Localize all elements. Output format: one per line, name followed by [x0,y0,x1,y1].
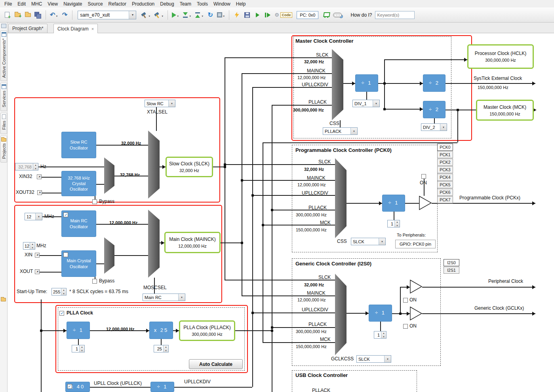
wire [41,299,42,392]
master-div1-combo[interactable]: DIV_1 [352,100,380,107]
freq-label: 12,000,000 Hz [297,297,326,302]
gclk-div-spinner[interactable]: 1 [374,331,386,339]
slow-crystal-oscillator-block[interactable]: 32.768 kHz Crystal Oscillator [61,171,96,196]
startup-time-spinner[interactable]: 255 [51,288,67,295]
output-title: PLLA Clock (PLLACK) [183,325,230,330]
section-title: PLLA Clock [67,310,93,316]
unit-label: MHz [44,214,54,219]
wire [221,242,242,243]
master-css-combo[interactable]: PLLACK [323,127,358,135]
gclk-css-combo[interactable]: SLCK [356,355,391,363]
main-xtal-freq-spinner[interactable]: 12 [23,242,35,250]
xout-checkbox[interactable] [35,269,40,274]
pck-tab-6[interactable]: PCK6 [437,189,453,196]
peripherals-label: To Peripherals: [397,233,426,237]
main-crystal-oscillator-block[interactable]: Main Crystal Oscillator [61,250,96,277]
slow-xtal-freq-spinner[interactable]: 32,768 [15,163,38,170]
signal-label: XIN32 [19,174,32,179]
section-title: Programmable Clock Controller (PCK0) [295,147,392,153]
pck-tab-3[interactable]: PCK3 [437,166,453,173]
master-prescaler-block: ÷ 1 [355,74,378,92]
block-label: x 25 [154,327,169,334]
output-freq: 150,000,000 Hz [489,112,520,116]
wire [263,342,335,343]
plla-enable-checkbox[interactable] [59,311,64,316]
output-buffer-icon [410,280,422,294]
main-rc-enable-checkbox[interactable] [63,212,68,217]
junction-dot [383,82,386,85]
pck-div-spinner[interactable]: 1 [387,220,400,227]
spinner-value: 255 [52,290,61,294]
signal-label: MOSCSEL [143,285,167,290]
i2s-tab-1[interactable]: I2S1 [444,267,459,274]
combo-value: 12 [25,214,33,219]
block-label: x 40 [70,384,85,390]
junction-dot [399,312,402,315]
block-label: ÷ 1 [388,200,399,206]
master-div2-combo[interactable]: DIV_2 [421,123,447,131]
gclk-on2-checkbox[interactable] [403,324,408,329]
junction-dot [262,224,264,226]
moscsel-combo[interactable]: Main RC [143,294,185,301]
arrowhead [407,312,410,316]
block-label: Oscillator [70,224,88,229]
slow-rc-oscillator-block[interactable]: Slow RC Oscillator [61,132,96,158]
auto-calculate-button[interactable]: Auto Calculate [189,359,243,369]
main-rc-freq-combo[interactable]: 12 [25,213,42,220]
spinner-value: 1 [388,222,394,226]
block-label: ÷ 1 [375,310,386,316]
wire [42,193,61,193]
combo-value: Main RC [143,295,163,300]
gclk-css-mux [335,274,346,355]
freq-label: 32,000 Hz [121,141,141,146]
wire [272,327,335,328]
slow-clock-frame [14,97,220,203]
pck-tab-4[interactable]: PCK4 [437,174,453,181]
pck-tab-0[interactable]: PCK0 [437,144,453,151]
pck-tab-1[interactable]: PCK1 [437,151,453,158]
arrowhead [366,311,369,315]
main-bypass-checkbox[interactable] [92,279,97,284]
pck-tab-5[interactable]: PCK5 [437,181,453,188]
wire [114,255,148,256]
spinner-value: 32,768 [15,165,33,169]
gpio-pin-box: GPIO: PCK0 pin [395,240,436,248]
i2s-tab-0[interactable]: I2S0 [444,259,459,266]
wire [252,312,335,313]
junction-dot [251,312,254,314]
pck-tab-7[interactable]: PCK7 [437,196,453,203]
plla-divider-block: ÷ 1 [67,322,90,339]
arrowhead [532,201,535,205]
section-title: Master Clock Controller [295,38,354,44]
slow-bypass-checkbox[interactable] [92,199,97,204]
plla-div-spinner[interactable]: 1 [72,345,85,352]
xtalsel-combo[interactable]: Slow RC [145,100,175,107]
wire [174,387,252,388]
xin32-checkbox[interactable] [37,174,42,179]
block-label: Oscillator [70,145,88,151]
pck-on-checkbox[interactable] [421,174,426,179]
wire [366,92,367,100]
arrowhead [379,201,382,205]
wire [263,142,457,143]
wire [380,322,381,331]
arrowhead [352,81,355,85]
main-crystal-enable-checkbox[interactable] [63,252,68,257]
main-rc-oscillator-block[interactable]: Main RC Oscillator [61,210,96,237]
slow-clock-mux [148,131,160,199]
block-label: ÷ 2 [429,80,440,87]
xout32-checkbox[interactable] [37,190,42,195]
xin-checkbox[interactable] [35,253,40,258]
block-label: Oscillator [70,264,88,269]
signal-label: XOUT [20,269,33,274]
pck-tab-2[interactable]: PCK2 [437,159,453,166]
wire [384,59,467,60]
arrowhead [532,81,535,85]
plla-mul-spinner[interactable]: 25 [154,345,169,352]
checkbox-label: ON [409,297,417,303]
unit-label: MHz [36,243,46,248]
gclk-on1-checkbox[interactable] [403,298,408,303]
pck-css-combo[interactable]: SLCK [351,238,386,245]
wire [263,142,263,342]
upll-enable-checkbox[interactable] [67,384,72,389]
